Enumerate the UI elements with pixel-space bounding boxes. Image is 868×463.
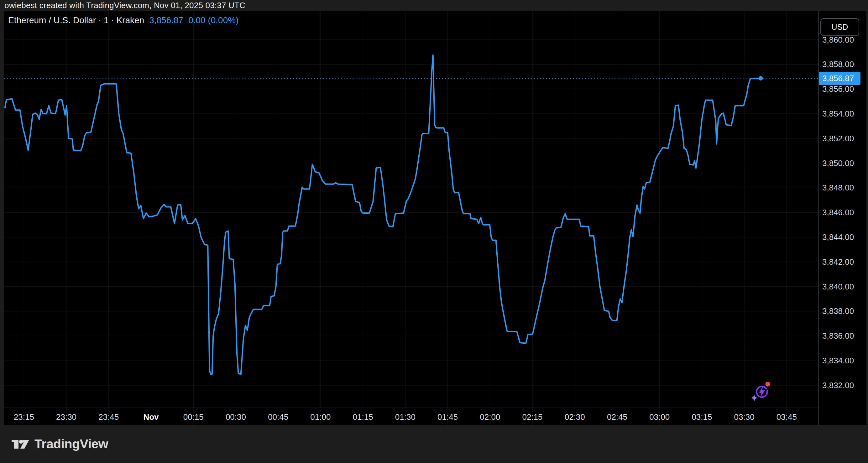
price-axis-label: 3,856.00	[822, 84, 854, 94]
tradingview-logo[interactable]: TradingView	[11, 437, 108, 452]
price-axis-label: 3,860.00	[822, 35, 854, 45]
time-axis-label: 00:30	[226, 412, 246, 422]
time-axis-label: 03:00	[649, 412, 670, 422]
currency-usd-label: USD	[832, 23, 848, 32]
time-axis-label: 01:45	[437, 412, 458, 422]
price-axis-label: 3,840.00	[822, 282, 854, 291]
time-axis-label: 23:30	[56, 412, 76, 422]
time-axis-label: 03:45	[776, 412, 797, 422]
price-axis-label: 3,848.00	[822, 183, 854, 193]
tradingview-chart-screenshot: owiebest created with TradingView.com, N…	[0, 0, 868, 463]
time-axis-label: Nov	[143, 412, 159, 422]
time-axis-label: 03:15	[691, 412, 712, 422]
time-axis-label: 02:15	[522, 412, 542, 422]
time-axis-label: 23:15	[14, 412, 34, 422]
last-price-value: 3,856.87	[149, 16, 183, 25]
current-price-badge: 3,856.87	[819, 72, 861, 85]
tradingview-logo-mark-icon	[11, 437, 30, 452]
time-axis[interactable]: 23:1523:3023:45Nov00:1500:3000:4501:0001…	[4, 408, 818, 425]
time-axis-label: 02:45	[607, 412, 627, 422]
symbol-title[interactable]: Ethereum / U.S. Dollar · 1 · Kraken	[8, 16, 144, 25]
time-axis-label: 03:30	[734, 412, 754, 422]
time-axis-label: 00:15	[183, 412, 204, 422]
tradingview-logo-text: TradingView	[34, 437, 108, 452]
price-line-series	[5, 55, 761, 374]
time-axis-label: 01:30	[395, 412, 415, 422]
price-axis-label: 3,854.00	[822, 109, 854, 119]
price-axis-label: 3,838.00	[822, 306, 854, 316]
chart-box: Ethereum / U.S. Dollar · 1 · Kraken 3,85…	[4, 11, 866, 425]
time-axis-label: 01:00	[310, 412, 331, 422]
footer-bar: TradingView	[0, 425, 868, 463]
time-axis-label: 02:00	[480, 412, 500, 422]
price-chart-plot[interactable]	[4, 11, 866, 425]
time-axis-label: 02:30	[565, 412, 585, 422]
price-axis-label: 3,834.00	[822, 356, 854, 366]
price-axis-label: 3,850.00	[822, 158, 854, 168]
chart-header: Ethereum / U.S. Dollar · 1 · Kraken 3,85…	[8, 16, 239, 25]
price-axis-label: 3,852.00	[822, 134, 854, 144]
price-axis-label: 3,832.00	[822, 381, 854, 390]
current-price-badge-text: 3,856.87	[822, 73, 854, 83]
watermark-bar: owiebest created with TradingView.com, N…	[0, 0, 868, 11]
last-price-dot	[758, 76, 763, 81]
price-change-value: 0.00 (0.00%)	[188, 16, 239, 25]
time-axis-label: 01:15	[353, 412, 373, 422]
price-axis-label: 3,842.00	[822, 257, 854, 267]
price-axis-label: 3,836.00	[822, 331, 854, 341]
time-axis-label: 00:45	[268, 412, 288, 422]
time-axis-label: 23:45	[98, 412, 119, 422]
price-axis[interactable]: USD 3,856.87 3,860.003,858.003,856.003,8…	[818, 11, 866, 425]
watermark-text: owiebest created with TradingView.com, N…	[4, 1, 245, 10]
price-axis-label: 3,844.00	[822, 233, 854, 242]
sparkle-icon	[751, 394, 757, 401]
currency-usd-button[interactable]: USD	[820, 18, 859, 36]
price-axis-label: 3,858.00	[822, 60, 854, 69]
price-axis-label: 3,846.00	[822, 208, 854, 217]
red-notification-dot	[766, 382, 770, 387]
